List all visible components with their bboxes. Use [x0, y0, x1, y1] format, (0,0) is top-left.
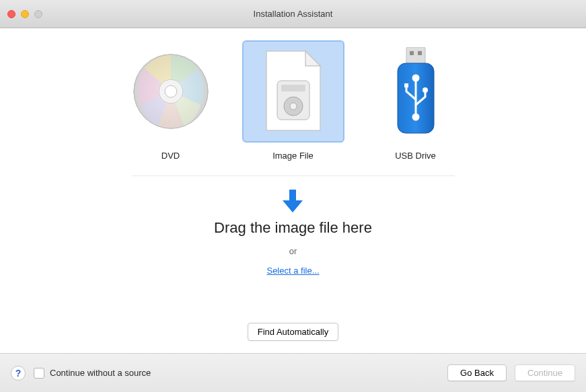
- arrow-down-icon: [283, 190, 303, 212]
- drop-or-label: or: [289, 246, 297, 256]
- svg-rect-15: [404, 83, 408, 87]
- continue-button: Continue: [515, 364, 575, 381]
- divider: [132, 175, 455, 176]
- window-title: Installation Assistant: [254, 9, 333, 19]
- minimize-window-button[interactable]: [21, 10, 29, 18]
- select-file-link[interactable]: Select a file...: [266, 266, 319, 276]
- svg-rect-10: [418, 51, 422, 55]
- source-option-dvd[interactable]: DVD: [120, 40, 222, 161]
- zoom-window-button[interactable]: [34, 10, 42, 18]
- go-back-button[interactable]: Go Back: [447, 364, 507, 381]
- svg-point-3: [165, 85, 177, 97]
- svg-rect-5: [281, 85, 305, 91]
- drop-headline: Drag the image file here: [214, 219, 372, 237]
- svg-point-14: [413, 75, 418, 81]
- checkbox-box: [34, 368, 44, 379]
- main-content: DVD Image File: [0, 28, 586, 353]
- footer: ? Continue without a source Go Back Cont…: [0, 353, 586, 392]
- traffic-lights: [7, 10, 42, 18]
- drop-zone[interactable]: Drag the image file here or Select a fil…: [214, 190, 372, 276]
- svg-point-7: [290, 103, 297, 110]
- source-option-label: DVD: [161, 151, 180, 161]
- svg-rect-9: [410, 51, 414, 55]
- source-option-image[interactable]: Image File: [242, 40, 344, 161]
- image-file-icon: [242, 40, 344, 143]
- source-option-label: USB Drive: [395, 151, 436, 161]
- help-button[interactable]: ?: [11, 366, 26, 381]
- source-options: DVD Image File: [120, 40, 467, 161]
- source-option-usb[interactable]: USB Drive: [365, 40, 467, 161]
- titlebar: Installation Assistant: [0, 0, 586, 28]
- svg-point-13: [413, 114, 418, 120]
- svg-point-16: [423, 87, 428, 93]
- find-automatically-button[interactable]: Find Automatically: [248, 323, 339, 341]
- close-window-button[interactable]: [7, 10, 15, 18]
- source-option-label: Image File: [272, 151, 314, 161]
- usb-drive-icon: [365, 40, 467, 143]
- dvd-icon: [120, 40, 222, 143]
- checkbox-label: Continue without a source: [50, 368, 151, 378]
- continue-without-source-checkbox[interactable]: Continue without a source: [34, 368, 151, 379]
